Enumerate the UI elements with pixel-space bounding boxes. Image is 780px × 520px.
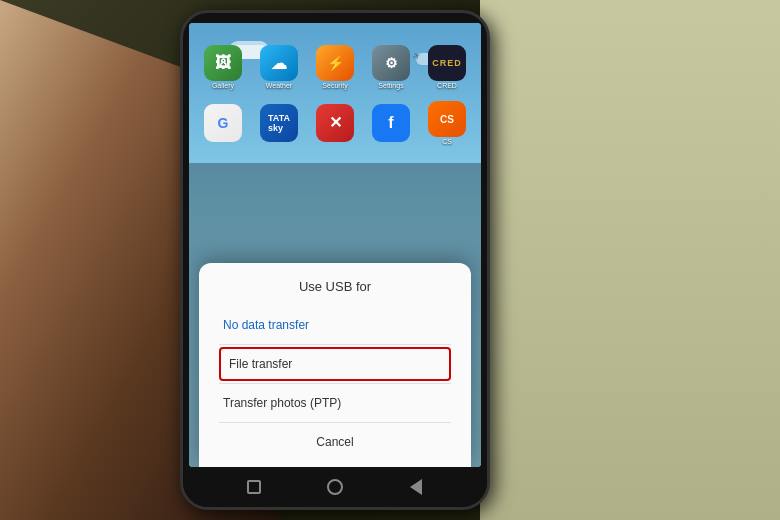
app-icon-cs[interactable]: CS CS bbox=[425, 101, 469, 145]
scene: ✈ ✈ 31 ▲ ◥ 4G ▮▮▮ 🖼 Gallery ☁ We bbox=[0, 0, 780, 520]
divider-2 bbox=[219, 383, 451, 384]
phone-screen: ✈ ✈ 31 ▲ ◥ 4G ▮▮▮ 🖼 Gallery ☁ We bbox=[189, 23, 481, 467]
app-icon-google[interactable]: G bbox=[201, 101, 245, 145]
transfer-photos-option[interactable]: Transfer photos (PTP) bbox=[219, 386, 451, 420]
app-row-2: G TATAsky ✕ f bbox=[189, 97, 481, 149]
app-icon-gallery[interactable]: 🖼 Gallery bbox=[201, 45, 245, 89]
app-icon-facebook[interactable]: f bbox=[369, 101, 413, 145]
nav-triangle-icon bbox=[410, 479, 422, 495]
app-label-weather: Weather bbox=[266, 82, 292, 89]
nav-circle-icon bbox=[327, 479, 343, 495]
table-surface bbox=[480, 0, 780, 520]
app-label-cred: CRED bbox=[437, 82, 457, 89]
app-icon-cred[interactable]: CRED CRED bbox=[425, 45, 469, 89]
cancel-button[interactable]: Cancel bbox=[219, 425, 451, 459]
dialog-title: Use USB for bbox=[219, 279, 451, 294]
app-grid: 🖼 Gallery ☁ Weather ⚡ Security ⚙ Setting… bbox=[189, 41, 481, 149]
nav-back-button[interactable] bbox=[407, 478, 425, 496]
usb-dialog: Use USB for No data transfer File transf… bbox=[199, 263, 471, 467]
phone-body: ✈ ✈ 31 ▲ ◥ 4G ▮▮▮ 🖼 Gallery ☁ We bbox=[180, 10, 490, 510]
nav-recent-button[interactable] bbox=[245, 478, 263, 496]
app-label-cs: CS bbox=[442, 138, 452, 145]
app-icon-weather[interactable]: ☁ Weather bbox=[257, 45, 301, 89]
app-label-security: Security bbox=[322, 82, 347, 89]
divider-1 bbox=[219, 344, 451, 345]
file-transfer-option[interactable]: File transfer bbox=[219, 347, 451, 381]
nav-bar bbox=[183, 467, 487, 507]
nav-square-icon bbox=[247, 480, 261, 494]
app-icon-settings[interactable]: ⚙ Settings bbox=[369, 45, 413, 89]
app-icon-tata[interactable]: TATAsky bbox=[257, 101, 301, 145]
app-label-gallery: Gallery bbox=[212, 82, 234, 89]
divider-3 bbox=[219, 422, 451, 423]
app-icon-airtel[interactable]: ✕ bbox=[313, 101, 357, 145]
app-icon-security[interactable]: ⚡ Security bbox=[313, 45, 357, 89]
nav-home-button[interactable] bbox=[326, 478, 344, 496]
app-label-settings: Settings bbox=[378, 82, 403, 89]
dialog-overlay: Use USB for No data transfer File transf… bbox=[189, 163, 481, 467]
app-row-1: 🖼 Gallery ☁ Weather ⚡ Security ⚙ Setting… bbox=[189, 41, 481, 93]
no-data-transfer-option[interactable]: No data transfer bbox=[219, 308, 451, 342]
